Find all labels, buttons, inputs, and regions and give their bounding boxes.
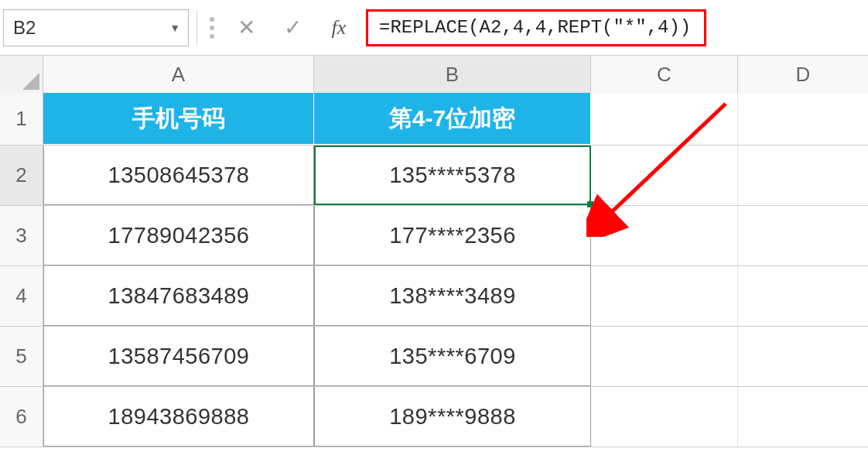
- column-headers: A B C D: [0, 56, 868, 93]
- table-row: 1 手机号码 第4-7位加密: [0, 93, 868, 146]
- divider: [196, 11, 197, 45]
- table-row: 2 13508645378 135****5378: [0, 146, 868, 206]
- row-header-4[interactable]: 4: [0, 266, 43, 326]
- column-header-D[interactable]: D: [738, 56, 868, 93]
- cell[interactable]: [591, 266, 738, 326]
- cell[interactable]: [738, 387, 868, 447]
- cell[interactable]: [591, 146, 738, 205]
- drag-handle-icon[interactable]: [205, 17, 219, 39]
- cell[interactable]: [738, 146, 868, 205]
- cell-phone[interactable]: 13508645378: [43, 146, 314, 205]
- accept-formula-button[interactable]: ✓: [273, 11, 312, 45]
- cell-phone[interactable]: 17789042356: [43, 206, 314, 265]
- table-row: 4 13847683489 138****3489: [0, 266, 868, 327]
- cell[interactable]: [738, 266, 868, 326]
- column-header-A[interactable]: A: [43, 56, 314, 93]
- formula-bar-area: B2 ▼ ✕ ✓ fx =REPLACE(A2,4,4,REPT("*",4)): [0, 0, 868, 56]
- cell[interactable]: [738, 93, 868, 145]
- header-cell-phone[interactable]: 手机号码: [43, 93, 314, 145]
- row-header-6[interactable]: 6: [0, 387, 43, 447]
- row-header-3[interactable]: 3: [0, 206, 43, 265]
- column-header-B[interactable]: B: [314, 56, 591, 93]
- cell-phone[interactable]: 18943869888: [43, 387, 314, 447]
- formula-text: =REPLACE(A2,4,4,REPT("*",4)): [379, 17, 691, 38]
- name-box-dropdown-icon[interactable]: ▼: [169, 22, 180, 34]
- cell-masked[interactable]: 135****6709: [314, 327, 591, 386]
- row-header-5[interactable]: 5: [0, 327, 43, 386]
- cell-phone[interactable]: 13587456709: [43, 327, 314, 386]
- cell-masked[interactable]: 138****3489: [314, 266, 591, 326]
- column-header-C[interactable]: C: [591, 56, 738, 93]
- cell-masked[interactable]: 177****2356: [314, 206, 591, 265]
- table-row: 6 18943869888 189****9888: [0, 387, 868, 447]
- row-header-2[interactable]: 2: [0, 146, 43, 205]
- table-row: 5 13587456709 135****6709: [0, 327, 868, 387]
- spreadsheet-grid: A B C D 1 手机号码 第4-7位加密 2 13508645378 135…: [0, 56, 868, 447]
- insert-function-button[interactable]: fx: [320, 11, 358, 45]
- name-box-value: B2: [13, 17, 36, 39]
- select-all-corner[interactable]: [0, 56, 43, 93]
- cell-phone[interactable]: 13847683489: [43, 266, 314, 326]
- row-header-1[interactable]: 1: [0, 93, 43, 145]
- cell[interactable]: [591, 327, 738, 386]
- cell-masked[interactable]: 189****9888: [314, 387, 591, 447]
- cell[interactable]: [738, 327, 868, 386]
- svg-marker-2: [22, 73, 39, 90]
- header-cell-masked[interactable]: 第4-7位加密: [314, 93, 591, 145]
- formula-input[interactable]: =REPLACE(A2,4,4,REPT("*",4)): [366, 9, 706, 46]
- cell[interactable]: [591, 93, 738, 145]
- fx-icon: fx: [332, 16, 347, 39]
- cell[interactable]: [591, 206, 738, 265]
- cell-value: 135****5378: [389, 163, 516, 188]
- name-box[interactable]: B2 ▼: [3, 9, 189, 46]
- table-row: 3 17789042356 177****2356: [0, 206, 868, 266]
- cell[interactable]: [738, 206, 868, 265]
- cell-masked-selected[interactable]: 135****5378: [314, 146, 591, 205]
- cancel-formula-button[interactable]: ✕: [227, 11, 265, 45]
- fill-handle[interactable]: [587, 201, 593, 207]
- x-icon: ✕: [238, 15, 255, 40]
- check-icon: ✓: [284, 15, 302, 40]
- cell[interactable]: [591, 387, 738, 447]
